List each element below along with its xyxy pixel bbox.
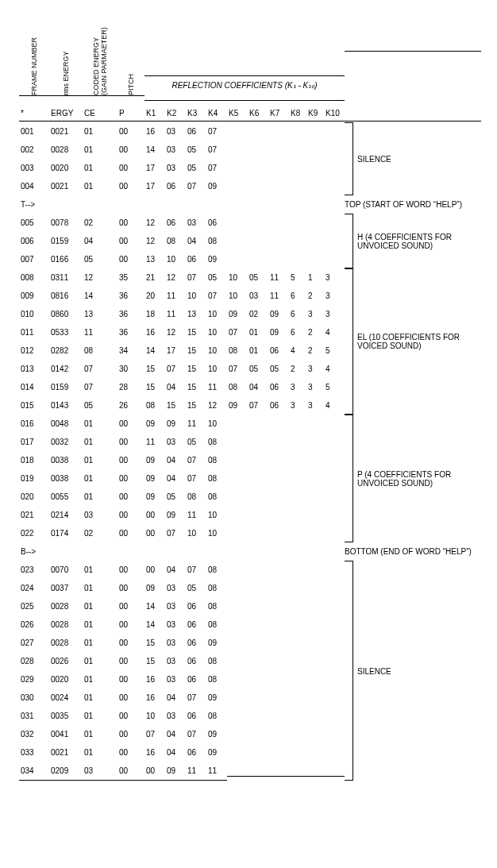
k6 (248, 675, 268, 685)
coded-energy: 01 (83, 615, 118, 634)
rms-energy: 0038 (49, 451, 83, 469)
k8 (289, 657, 306, 666)
k5 (227, 164, 248, 173)
k2: 07 (165, 360, 186, 378)
header-k9: K9 (306, 106, 324, 121)
pitch: 00 (118, 597, 144, 615)
k2: 03 (165, 634, 186, 652)
rms-energy: 0142 (49, 360, 83, 378)
k5 (227, 638, 248, 648)
header-reflection: REFLECTION COEFFICIENTS (K₁ - K₁₀) (144, 75, 345, 96)
pitch: 00 (118, 579, 144, 597)
k3: 06 (186, 597, 206, 615)
k6 (248, 565, 268, 575)
k4: 10 (206, 323, 227, 341)
coded-energy: 02 (83, 524, 118, 542)
rms-energy: 0021 (49, 122, 83, 141)
k9 (306, 419, 324, 429)
k10 (324, 474, 345, 484)
k4: 08 (206, 615, 227, 634)
header-k3: K3 (186, 106, 206, 121)
k2: 03 (165, 141, 186, 159)
k7 (268, 237, 289, 246)
k1: 00 (144, 762, 165, 781)
k4: 08 (206, 232, 227, 250)
k1: 09 (144, 579, 165, 597)
k4: 09 (206, 725, 227, 743)
k4: 10 (206, 415, 227, 433)
k6 (248, 182, 268, 191)
k1: 14 (144, 341, 165, 360)
k9 (306, 766, 324, 777)
k1: 13 (144, 250, 165, 268)
k7 (268, 638, 289, 648)
k7: 06 (268, 378, 289, 396)
page: FRAME NUMBERrms ENERGYCODED ENERGY (GAIN… (0, 0, 497, 797)
spacer (19, 96, 49, 106)
k4: 10 (206, 305, 227, 323)
k6 (248, 511, 268, 520)
coded-energy: 01 (83, 634, 118, 652)
section-annotation: EL (10 COEFFICIENTS FOR VOICED SOUND) (345, 268, 481, 415)
k10 (324, 511, 345, 520)
frame-number: 022 (19, 524, 49, 542)
k5 (227, 255, 248, 264)
k5 (227, 584, 248, 593)
k2: 08 (165, 232, 186, 250)
coded-energy: 01 (83, 579, 118, 597)
bracket-icon (345, 561, 353, 781)
k1: 17 (144, 159, 165, 177)
k1: 18 (144, 305, 165, 323)
pitch: 34 (118, 341, 144, 360)
k5: 08 (227, 378, 248, 396)
k8: 4 (289, 341, 306, 360)
k8 (289, 620, 306, 630)
k3: 06 (186, 652, 206, 670)
k3: 06 (186, 670, 206, 689)
frame-number: 001 (19, 122, 49, 141)
header-k10: K10 (324, 106, 345, 121)
section-annotation: P (4 COEFFICIENTS FOR UNVOICED SOUND) (345, 415, 481, 542)
k10: 4 (324, 396, 345, 415)
k4: 08 (206, 652, 227, 670)
k1: 00 (144, 506, 165, 524)
k3: 08 (186, 488, 206, 506)
pitch: 00 (118, 689, 144, 707)
rms-energy: 0035 (49, 707, 83, 725)
k9: 2 (306, 341, 324, 360)
coded-energy: 01 (83, 597, 118, 615)
frame-number: 031 (19, 707, 49, 725)
subhdr-p: P (118, 106, 144, 121)
coded-energy: 12 (83, 268, 118, 287)
section-label: SILENCE (357, 155, 476, 164)
coded-energy: 01 (83, 177, 118, 195)
k9 (306, 182, 324, 191)
k2: 03 (165, 159, 186, 177)
coded-energy: 01 (83, 670, 118, 689)
header-ce: CODED ENERGY (GAIN PARMAETER) (83, 16, 118, 96)
k10: 3 (324, 287, 345, 305)
pitch: 00 (118, 415, 144, 433)
k4: 12 (206, 396, 227, 415)
k4: 10 (206, 341, 227, 360)
k8 (289, 766, 306, 777)
k1: 17 (144, 177, 165, 195)
k8 (289, 438, 306, 447)
k4: 09 (206, 177, 227, 195)
k1: 14 (144, 141, 165, 159)
k2: 09 (165, 415, 186, 433)
k2: 04 (165, 378, 186, 396)
coded-energy: 07 (83, 378, 118, 396)
k3: 07 (186, 451, 206, 469)
k10 (324, 164, 345, 173)
k1: 11 (144, 433, 165, 451)
k10 (324, 638, 345, 648)
k10: 5 (324, 378, 345, 396)
frame-number: 010 (19, 305, 49, 323)
frame-number: 016 (19, 415, 49, 433)
coded-energy: 01 (83, 707, 118, 725)
frame-number: 007 (19, 250, 49, 268)
k2: 04 (165, 689, 186, 707)
rms-energy: 0020 (49, 670, 83, 689)
k9: 2 (306, 287, 324, 305)
